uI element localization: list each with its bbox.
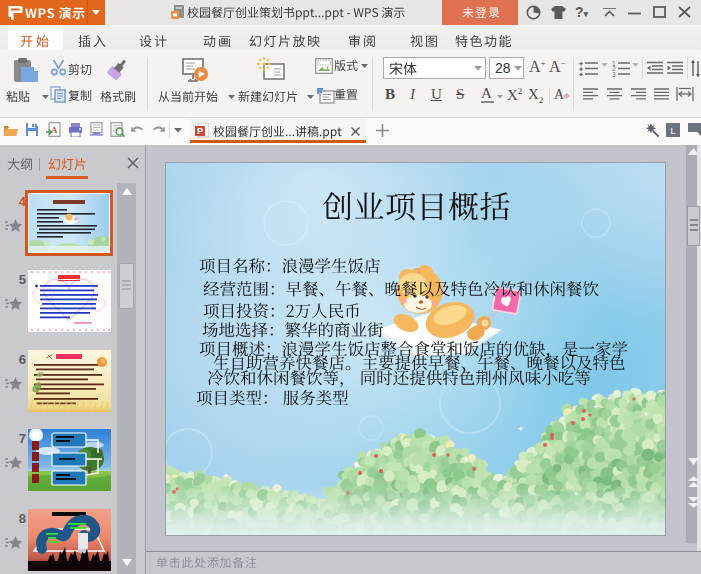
svg-text:A: A — [51, 125, 58, 135]
svg-text:A: A — [554, 87, 565, 102]
svg-text:L: L — [670, 126, 675, 136]
svg-text:P: P — [197, 126, 203, 136]
svg-text:3: 3 — [612, 71, 616, 78]
